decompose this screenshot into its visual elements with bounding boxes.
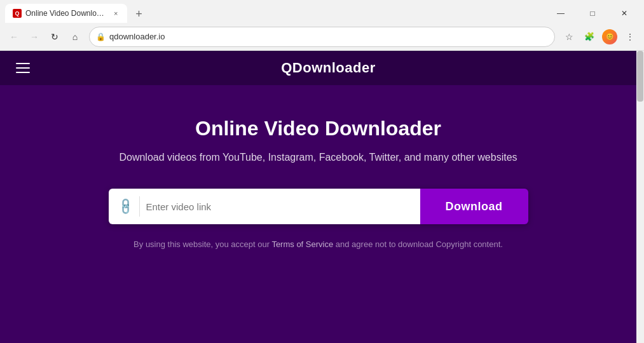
video-url-input[interactable] [146,201,410,212]
scrollbar-thumb[interactable] [637,51,643,102]
lock-icon: 🔒 [96,32,106,41]
terms-of-service-link[interactable]: Terms of Service [271,239,333,249]
tab-favicon: Q [13,9,22,18]
window-controls: — □ ✕ [546,4,639,23]
video-url-form: 🔗 Download [109,189,528,224]
page-heading: Online Video Downloader [195,117,441,140]
toolbar-right-buttons: ☆ 🧩 😊 ⋮ [560,28,639,46]
account-button[interactable]: 😊 [601,28,619,46]
minimize-button[interactable]: — [546,4,575,23]
address-text: qdownloader.io [109,32,548,41]
extensions-button[interactable]: 🧩 [580,28,598,46]
link-icon: 🔗 [116,196,135,216]
site-main: Online Video Downloader Download videos … [0,85,636,249]
avatar: 😊 [602,29,617,44]
tab-title: Online Video Downloader - Com [25,9,108,18]
input-divider [139,196,140,217]
hamburger-line-3 [16,72,30,73]
back-button[interactable]: ← [5,28,23,46]
tab-close-button[interactable]: × [112,9,120,18]
terms-notice: By using this website, you accept our Te… [134,239,503,249]
tab-strip: Q Online Video Downloader - Com × + [5,4,147,23]
hamburger-line-2 [16,67,30,69]
new-tab-button[interactable]: + [130,5,147,23]
site-nav: QDownloader [0,51,636,85]
title-bar: Q Online Video Downloader - Com × + — □ … [0,0,644,23]
download-button[interactable]: Download [420,189,528,224]
page-subheading: Download videos from YouTube, Instagram,… [119,152,517,163]
input-wrapper: 🔗 [109,189,420,224]
terms-text-before: By using this website, you accept our [134,239,271,249]
refresh-button[interactable]: ↻ [46,28,64,46]
active-tab[interactable]: Q Online Video Downloader - Com × [5,4,127,23]
home-button[interactable]: ⌂ [66,28,84,46]
site-logo: QDownloader [33,60,624,76]
puzzle-icon: 🧩 [584,32,594,41]
bookmark-button[interactable]: ☆ [560,28,578,46]
hamburger-menu[interactable] [13,60,33,76]
scrollbar[interactable] [636,51,644,343]
website-content: QDownloader Online Video Downloader Down… [0,51,636,343]
address-bar[interactable]: 🔒 qdownloader.io [89,27,555,47]
menu-button[interactable]: ⋮ [621,28,639,46]
maximize-button[interactable]: □ [578,4,607,23]
hamburger-line-1 [16,63,30,64]
close-button[interactable]: ✕ [610,4,639,23]
terms-text-after: and agree not to download Copyright cont… [333,239,503,249]
forward-button[interactable]: → [25,28,43,46]
browser-toolbar: ← → ↻ ⌂ 🔒 qdownloader.io ☆ 🧩 😊 ⋮ [0,23,644,51]
